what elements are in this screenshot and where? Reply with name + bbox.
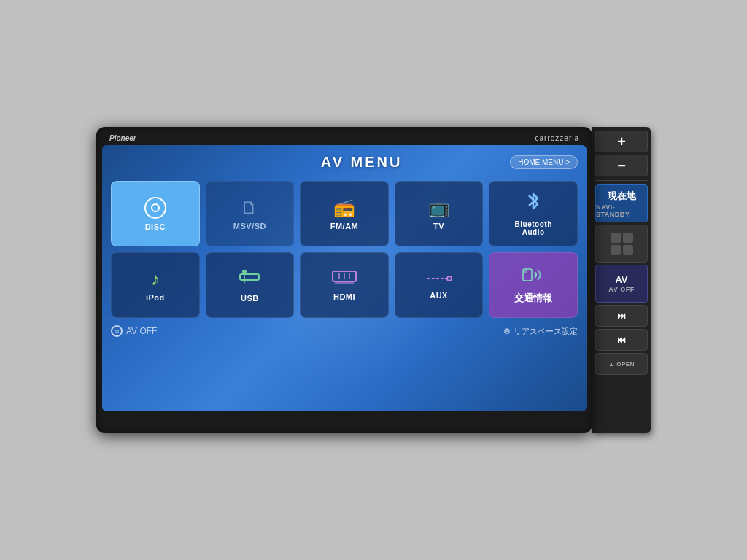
head-unit: Pioneer carrozzeria AV MENU HOME MENU > … [96, 127, 651, 433]
aux-icon [426, 271, 452, 287]
ipod-label: iPod [146, 293, 165, 302]
file-icon: 🗋 [241, 198, 258, 218]
menu-item-bluetooth[interactable]: BluetoothAudio [489, 181, 578, 246]
av-off-label: AV OFF [126, 326, 157, 336]
hdmi-label: HDMI [333, 292, 355, 301]
menu-dots-icon [608, 230, 636, 258]
usb-label: USB [241, 294, 259, 303]
traffic-label: 交通情報 [514, 292, 552, 305]
brand-pioneer: Pioneer [109, 134, 136, 142]
menu-button[interactable] [595, 225, 648, 262]
volume-up-button[interactable]: + [595, 131, 648, 152]
screen-footer: ⊗ AV OFF ⚙ リアスペース設定 [111, 325, 578, 337]
hdmi-icon [332, 270, 357, 289]
disc-icon [144, 197, 166, 219]
navi-label: 現在地 [608, 190, 636, 203]
radio-icon: 📻 [333, 198, 355, 218]
av-off-icon: ⊗ [111, 325, 123, 337]
open-icon: ▲ OPEN [608, 361, 635, 368]
rear-space-icon: ⚙ [503, 327, 511, 336]
bluetooth-icon [525, 191, 542, 217]
divider-1 [595, 180, 648, 181]
svg-rect-11 [524, 270, 527, 273]
screen-header: AV MENU HOME MENU > [111, 154, 578, 171]
volume-down-button[interactable]: − [595, 155, 648, 176]
rear-space-button[interactable]: ⚙ リアスペース設定 [503, 326, 578, 337]
minus-icon: − [617, 158, 626, 174]
navi-standby-label: NAVI-STANDBY [596, 203, 647, 218]
plus-icon: + [617, 133, 626, 150]
side-panel: + − 現在地 NAVI-STANDBY AV AV OFF ⏭ ⏮ ▲ [592, 127, 651, 433]
menu-item-hdmi[interactable]: HDMI [300, 252, 389, 318]
disc-label: DISC [145, 222, 166, 231]
menu-grid: DISC 🗋 MSV/SD 📻 FM/AM 📺 TV [111, 181, 578, 318]
skip-fwd-icon: ⏭ [617, 311, 626, 321]
brand-carrozzeria: carrozzeria [535, 134, 579, 142]
menu-item-fm-am[interactable]: 📻 FM/AM [300, 181, 389, 246]
menu-item-traffic[interactable]: 交通情報 [489, 252, 578, 318]
home-menu-button[interactable]: HOME MENU > [510, 155, 578, 169]
menu-item-aux[interactable]: AUX [395, 252, 484, 318]
menu-item-usb[interactable]: USB [206, 252, 295, 318]
bluetooth-label: BluetoothAudio [515, 220, 552, 236]
skip-back-icon: ⏮ [617, 335, 626, 345]
svg-rect-2 [242, 270, 247, 273]
music-icon: ♪ [151, 269, 160, 289]
tv-icon: 📺 [428, 198, 450, 218]
av-menu-title: AV MENU [213, 154, 510, 171]
navi-standby-button[interactable]: 現在地 NAVI-STANDBY [595, 184, 648, 222]
brand-bar: Pioneer carrozzeria [102, 133, 587, 145]
msv-sd-label: MSV/SD [233, 222, 266, 230]
skip-back-button[interactable]: ⏮ [595, 329, 648, 351]
skip-forward-button[interactable]: ⏭ [595, 305, 648, 327]
aux-label: AUX [430, 291, 448, 300]
av-off-button[interactable]: ⊗ AV OFF [111, 325, 157, 337]
screen: AV MENU HOME MENU > DISC 🗋 MSV/SD [102, 145, 587, 411]
svg-marker-4 [334, 281, 355, 284]
menu-item-disc[interactable]: DISC [111, 181, 200, 246]
menu-item-ipod[interactable]: ♪ iPod [111, 252, 200, 318]
av-btn-label: AV [615, 274, 627, 285]
usb-icon [239, 268, 260, 290]
menu-item-tv[interactable]: 📺 TV [395, 181, 484, 246]
av-btn-sublabel: AV OFF [608, 286, 634, 293]
tv-label: TV [433, 222, 444, 230]
screen-bezel: Pioneer carrozzeria AV MENU HOME MENU > … [96, 127, 592, 433]
traffic-icon [522, 266, 545, 288]
fm-am-label: FM/AM [330, 222, 359, 230]
av-button[interactable]: AV AV OFF [595, 265, 648, 303]
menu-item-msv-sd[interactable]: 🗋 MSV/SD [206, 181, 295, 246]
rear-space-label: リアスペース設定 [514, 326, 578, 337]
svg-rect-0 [240, 274, 259, 280]
svg-point-9 [447, 276, 452, 281]
open-button[interactable]: ▲ OPEN [595, 353, 648, 375]
